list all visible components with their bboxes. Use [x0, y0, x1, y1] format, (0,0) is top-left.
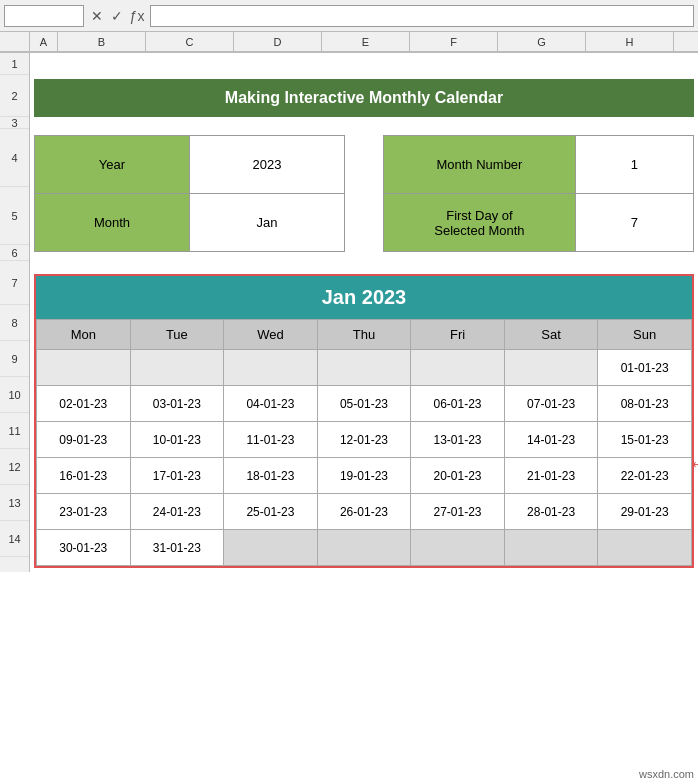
row-header-11[interactable]: 11 [0, 413, 29, 449]
spreadsheet-title: Making Interactive Monthly Calendar [34, 79, 694, 117]
cal-cell-13-5[interactable]: 27-01-23 [411, 494, 505, 530]
cal-cell-14-5[interactable] [411, 530, 505, 566]
cal-cell-12-3[interactable]: 18-01-23 [224, 458, 318, 494]
cal-cell-11-3[interactable]: 11-01-23 [224, 422, 318, 458]
calendar-title: Jan 2023 [36, 276, 692, 319]
row-header-4[interactable]: 4 [0, 129, 29, 187]
row-header-6[interactable]: 6 [0, 245, 29, 261]
right-info-table: Month Number 1 First Day ofSelected Mont… [383, 135, 694, 252]
confirm-icon[interactable]: ✓ [108, 8, 126, 24]
year-value[interactable]: 2023 [190, 136, 345, 194]
cal-cell-10-2[interactable]: 03-01-23 [130, 386, 224, 422]
row-header-1[interactable]: 1 [0, 53, 29, 75]
row-header-8[interactable]: 8 [0, 305, 29, 341]
cal-cell-14-7[interactable] [598, 530, 692, 566]
cal-cell-14-4[interactable] [317, 530, 411, 566]
month-number-value[interactable]: 1 [575, 136, 693, 194]
col-header-D[interactable]: D [234, 32, 322, 51]
calendar-table: Mon Tue Wed Thu Fri Sat Sun [36, 319, 692, 566]
cal-cell-11-1[interactable]: 09-01-23 [37, 422, 131, 458]
col-sat: Sat [504, 320, 598, 350]
row-header-2[interactable]: 2 [0, 75, 29, 117]
cal-cell-9-7[interactable]: 01-01-23 [598, 350, 692, 386]
row-header-12[interactable]: 12 [0, 449, 29, 485]
col-sun: Sun [598, 320, 692, 350]
year-label: Year [35, 136, 190, 194]
row-header-7[interactable]: 7 [0, 261, 29, 305]
col-mon: Mon [37, 320, 131, 350]
cal-row-12: 16-01-23 17-01-23 18-01-23 19-01-23 20-0… [37, 458, 692, 494]
cal-cell-13-2[interactable]: 24-01-23 [130, 494, 224, 530]
month-label: Month [35, 194, 190, 252]
cal-cell-13-3[interactable]: 25-01-23 [224, 494, 318, 530]
cal-cell-9-5[interactable] [411, 350, 505, 386]
corner-cell [0, 32, 30, 52]
cal-cell-13-7[interactable]: 29-01-23 [598, 494, 692, 530]
cal-cell-10-3[interactable]: 04-01-23 [224, 386, 318, 422]
row-header-9[interactable]: 9 [0, 341, 29, 377]
column-headers: A B C D E F G H [30, 32, 698, 52]
calendar-header-row: Mon Tue Wed Thu Fri Sat Sun [37, 320, 692, 350]
col-fri: Fri [411, 320, 505, 350]
cal-cell-12-2[interactable]: 17-01-23 [130, 458, 224, 494]
row-header-3[interactable]: 3 [0, 117, 29, 129]
col-tue: Tue [130, 320, 224, 350]
cal-row-11: 09-01-23 10-01-23 11-01-23 12-01-23 13-0… [37, 422, 692, 458]
cal-cell-14-6[interactable] [504, 530, 598, 566]
col-header-A[interactable]: A [30, 32, 58, 51]
cal-cell-12-5[interactable]: 20-01-23 [411, 458, 505, 494]
formula-input[interactable]: =IF(MONTH(DATE(C4,G4,1)+SEQUENCE(6,7)-G5… [150, 5, 694, 27]
cal-cell-13-6[interactable]: 28-01-23 [504, 494, 598, 530]
col-wed: Wed [224, 320, 318, 350]
row-header-5[interactable]: 5 [0, 187, 29, 245]
cal-cell-12-1[interactable]: 16-01-23 [37, 458, 131, 494]
cal-cell-10-5[interactable]: 06-01-23 [411, 386, 505, 422]
cal-cell-11-5[interactable]: 13-01-23 [411, 422, 505, 458]
col-header-F[interactable]: F [410, 32, 498, 51]
col-header-G[interactable]: G [498, 32, 586, 51]
cal-cell-12-4[interactable]: 19-01-23 [317, 458, 411, 494]
cal-cell-11-4[interactable]: 12-01-23 [317, 422, 411, 458]
cal-cell-10-6[interactable]: 07-01-23 [504, 386, 598, 422]
cal-cell-9-6[interactable] [504, 350, 598, 386]
cal-cell-14-2[interactable]: 31-01-23 [130, 530, 224, 566]
row-6-spacer [34, 260, 694, 270]
month-row: Month Jan [35, 194, 345, 252]
name-box[interactable]: B9# [4, 5, 84, 27]
cal-cell-10-4[interactable]: 05-01-23 [317, 386, 411, 422]
first-day-label: First Day ofSelected Month [384, 194, 576, 252]
cal-cell-10-1[interactable]: 02-01-23 [37, 386, 131, 422]
info-spacer [355, 135, 373, 252]
cal-cell-10-7[interactable]: 08-01-23 [598, 386, 692, 422]
insert-function-icon[interactable]: ƒx [128, 8, 146, 24]
cal-cell-11-2[interactable]: 10-01-23 [130, 422, 224, 458]
col-header-H[interactable]: H [586, 32, 674, 51]
cal-cell-13-1[interactable]: 23-01-23 [37, 494, 131, 530]
cal-cell-11-7[interactable]: 15-01-23 [598, 422, 692, 458]
cal-cell-12-6[interactable]: 21-01-23 [504, 458, 598, 494]
cal-cell-9-2[interactable] [130, 350, 224, 386]
cal-row-13: 23-01-23 24-01-23 25-01-23 26-01-23 27-0… [37, 494, 692, 530]
calendar-section: Jan 2023 ← Mon Tue Wed Thu Fri Sat [34, 274, 694, 568]
cal-cell-9-1[interactable] [37, 350, 131, 386]
col-header-B[interactable]: B [58, 32, 146, 51]
cal-cell-13-4[interactable]: 26-01-23 [317, 494, 411, 530]
cal-row-14: 30-01-23 31-01-23 [37, 530, 692, 566]
row-header-14[interactable]: 14 [0, 521, 29, 557]
cal-cell-9-3[interactable] [224, 350, 318, 386]
row-header-13[interactable]: 13 [0, 485, 29, 521]
year-row: Year 2023 [35, 136, 345, 194]
row-header-10[interactable]: 10 [0, 377, 29, 413]
cancel-icon[interactable]: ✕ [88, 8, 106, 24]
col-header-E[interactable]: E [322, 32, 410, 51]
cal-cell-12-7[interactable]: 22-01-23 [598, 458, 692, 494]
cal-cell-14-3[interactable] [224, 530, 318, 566]
first-day-value[interactable]: 7 [575, 194, 693, 252]
cal-cell-9-4[interactable] [317, 350, 411, 386]
month-value[interactable]: Jan [190, 194, 345, 252]
col-header-C[interactable]: C [146, 32, 234, 51]
cal-cell-11-6[interactable]: 14-01-23 [504, 422, 598, 458]
left-info-table: Year 2023 Month Jan [34, 135, 345, 252]
cal-cell-14-1[interactable]: 30-01-23 [37, 530, 131, 566]
row-3-spacer [34, 123, 694, 135]
